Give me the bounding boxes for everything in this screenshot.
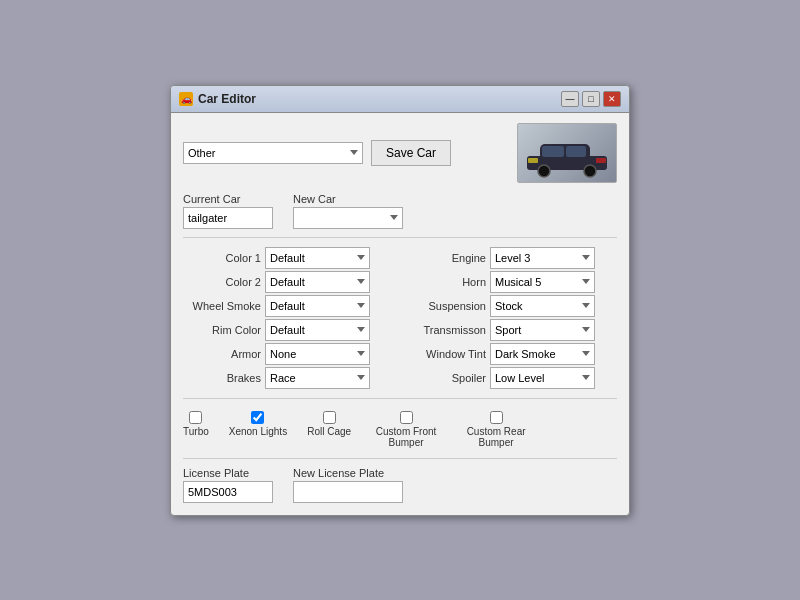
turbo-checkbox-item: Turbo (183, 411, 209, 437)
custom-front-bumper-label: Custom Front Bumper (371, 426, 441, 448)
brakes-row: Brakes StockStreetSportRace (183, 366, 392, 390)
color2-label: Color 2 (183, 276, 261, 288)
minimize-button[interactable]: — (561, 91, 579, 107)
color2-dropdown[interactable]: DefaultBlackWhiteRed (265, 271, 370, 293)
spoiler-row: Spoiler NoneLow LevelHigh Level (408, 366, 617, 390)
wheel-smoke-row: Wheel Smoke DefaultNoneBlueRed (183, 294, 392, 318)
svg-rect-7 (596, 158, 606, 163)
car-editor-window: 🚗 Car Editor — □ ✕ Other Sports Muscle S… (170, 85, 630, 516)
custom-rear-bumper-checkbox[interactable] (490, 411, 503, 424)
separator-3 (183, 458, 617, 459)
color1-row: Color 1 DefaultBlackWhiteRed (183, 246, 392, 270)
left-column: Color 1 DefaultBlackWhiteRed Color 2 Def… (183, 246, 392, 390)
car-info-row: Current Car New Car Adder Tailgater Infe… (183, 193, 617, 229)
new-car-col: New Car Adder Tailgater Infernus (293, 193, 403, 229)
wheel-smoke-label: Wheel Smoke (183, 300, 261, 312)
custom-front-bumper-checkbox[interactable] (400, 411, 413, 424)
spoiler-dropdown[interactable]: NoneLow LevelHigh Level (490, 367, 595, 389)
transmission-row: Transmisson StockStreetSportRace (408, 318, 617, 342)
new-license-col: New License Plate (293, 467, 403, 503)
spoiler-label: Spoiler (408, 372, 486, 384)
color1-label: Color 1 (183, 252, 261, 264)
roll-cage-label: Roll Cage (307, 426, 351, 437)
armor-label: Armor (183, 348, 261, 360)
horn-label: Horn (408, 276, 486, 288)
close-button[interactable]: ✕ (603, 91, 621, 107)
armor-dropdown[interactable]: NoneLevel 1Level 2Level 3Level 4Level 5 (265, 343, 370, 365)
rim-color-label: Rim Color (183, 324, 261, 336)
title-bar: 🚗 Car Editor — □ ✕ (171, 86, 629, 113)
license-col: License Plate (183, 467, 273, 503)
suspension-dropdown[interactable]: StockLoweredStreetSport (490, 295, 595, 317)
window-icon: 🚗 (179, 92, 193, 106)
suspension-row: Suspension StockLoweredStreetSport (408, 294, 617, 318)
window-tint-label: Window Tint (408, 348, 486, 360)
new-car-dropdown[interactable]: Adder Tailgater Infernus (293, 207, 403, 229)
new-license-plate-input[interactable] (293, 481, 403, 503)
color1-dropdown[interactable]: DefaultBlackWhiteRed (265, 247, 370, 269)
custom-rear-bumper-checkbox-item: Custom Rear Bumper (461, 411, 531, 448)
separator-2 (183, 398, 617, 399)
svg-rect-6 (528, 158, 538, 163)
engine-dropdown[interactable]: StockLevel 1Level 2Level 3Level 4 (490, 247, 595, 269)
new-license-plate-label: New License Plate (293, 467, 403, 479)
current-car-label: Current Car (183, 193, 273, 205)
rim-color-row: Rim Color DefaultBlackChromeGold (183, 318, 392, 342)
license-plate-label: License Plate (183, 467, 273, 479)
svg-point-3 (584, 165, 596, 177)
svg-point-2 (538, 165, 550, 177)
horn-dropdown[interactable]: StockMusical 1Musical 2Musical 3Musical … (490, 271, 595, 293)
wheel-smoke-dropdown[interactable]: DefaultNoneBlueRed (265, 295, 370, 317)
xenon-lights-label: Xenon Lights (229, 426, 287, 437)
maximize-button[interactable]: □ (582, 91, 600, 107)
window-body: Other Sports Muscle SUV Off-road Save Ca… (171, 113, 629, 515)
category-dropdown[interactable]: Other Sports Muscle SUV Off-road (183, 142, 363, 164)
transmission-label: Transmisson (408, 324, 486, 336)
custom-rear-bumper-label: Custom Rear Bumper (461, 426, 531, 448)
engine-label: Engine (408, 252, 486, 264)
horn-row: Horn StockMusical 1Musical 2Musical 3Mus… (408, 270, 617, 294)
xenon-lights-checkbox[interactable] (251, 411, 264, 424)
new-car-label: New Car (293, 193, 403, 205)
turbo-checkbox[interactable] (189, 411, 202, 424)
roll-cage-checkbox-item: Roll Cage (307, 411, 351, 437)
separator-1 (183, 237, 617, 238)
brakes-dropdown[interactable]: StockStreetSportRace (265, 367, 370, 389)
title-bar-left: 🚗 Car Editor (179, 92, 256, 106)
current-car-col: Current Car (183, 193, 273, 229)
roll-cage-checkbox[interactable] (323, 411, 336, 424)
turbo-label: Turbo (183, 426, 209, 437)
color2-row: Color 2 DefaultBlackWhiteRed (183, 270, 392, 294)
checkboxes-row: Turbo Xenon Lights Roll Cage Custom Fron… (183, 411, 617, 448)
license-plate-input (183, 481, 273, 503)
custom-front-bumper-checkbox-item: Custom Front Bumper (371, 411, 441, 448)
xenon-lights-checkbox-item: Xenon Lights (229, 411, 287, 437)
armor-row: Armor NoneLevel 1Level 2Level 3Level 4Le… (183, 342, 392, 366)
save-car-button[interactable]: Save Car (371, 140, 451, 166)
license-section: License Plate New License Plate (183, 467, 617, 503)
car-preview (517, 123, 617, 183)
top-row: Other Sports Muscle SUV Off-road Save Ca… (183, 123, 617, 183)
window-tint-dropdown[interactable]: NonePure BlackDark SmokeLight SmokeStock… (490, 343, 595, 365)
svg-rect-4 (542, 146, 564, 157)
rim-color-dropdown[interactable]: DefaultBlackChromeGold (265, 319, 370, 341)
window-title: Car Editor (198, 92, 256, 106)
suspension-label: Suspension (408, 300, 486, 312)
car-image (522, 128, 612, 178)
right-column: Engine StockLevel 1Level 2Level 3Level 4… (408, 246, 617, 390)
transmission-dropdown[interactable]: StockStreetSportRace (490, 319, 595, 341)
current-car-input (183, 207, 273, 229)
engine-row: Engine StockLevel 1Level 2Level 3Level 4 (408, 246, 617, 270)
svg-rect-5 (566, 146, 586, 157)
brakes-label: Brakes (183, 372, 261, 384)
title-buttons: — □ ✕ (561, 91, 621, 107)
form-grid: Color 1 DefaultBlackWhiteRed Color 2 Def… (183, 246, 617, 390)
window-tint-row: Window Tint NonePure BlackDark SmokeLigh… (408, 342, 617, 366)
